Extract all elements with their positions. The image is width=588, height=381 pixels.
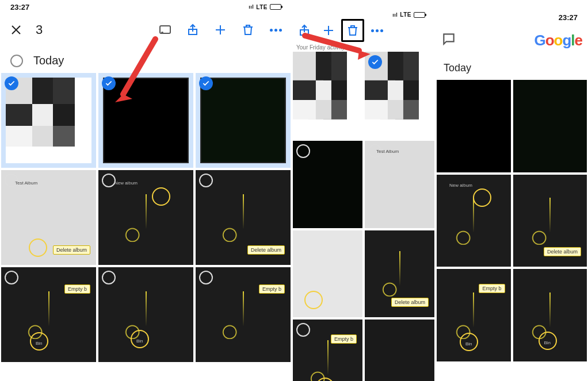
status-time: 23:27 xyxy=(10,3,29,11)
phone-screenshot-3: . 23:27 Google Today New album Delete al… xyxy=(436,10,588,381)
photo-thumb[interactable]: Empty b Bin xyxy=(1,267,96,362)
photo-grid: New album Delete album Empty b Bin Bin xyxy=(436,80,588,361)
photo-thumb[interactable] xyxy=(365,320,434,381)
svg-marker-3 xyxy=(115,94,132,102)
status-time: 23:27 xyxy=(559,13,578,22)
section-label: Today xyxy=(444,62,471,74)
select-all-radio[interactable] xyxy=(10,55,23,67)
top-bar: Google xyxy=(436,24,588,56)
tooltip: Empty b xyxy=(259,284,285,294)
trash-icon[interactable] xyxy=(236,18,259,41)
tooltip: Empty b xyxy=(64,284,90,294)
battery-icon xyxy=(414,12,425,18)
close-icon[interactable] xyxy=(5,18,28,41)
tooltip: Delete album xyxy=(391,298,429,307)
status-bar: . 23:27 xyxy=(436,10,588,24)
share-icon[interactable] xyxy=(181,18,204,41)
photo-thumb[interactable] xyxy=(196,73,291,168)
section-header: Today xyxy=(436,56,588,80)
select-ring-icon xyxy=(199,271,213,284)
photo-thumb[interactable]: Empty b Bin xyxy=(437,269,511,361)
chat-icon[interactable] xyxy=(441,32,456,49)
tooltip: Delete album xyxy=(247,245,285,255)
photo-thumb[interactable]: Test Album xyxy=(365,141,434,228)
tooltip: Delete album xyxy=(53,245,90,255)
selection-count: 3 xyxy=(36,22,43,37)
tooltip: Empty b xyxy=(331,334,357,344)
select-ring-icon xyxy=(296,144,310,158)
photo-thumb[interactable]: Delete album xyxy=(513,175,587,267)
section-label: Today xyxy=(33,54,64,67)
photo-thumb[interactable] xyxy=(437,80,511,172)
status-bar: . ııl LTE xyxy=(292,10,436,19)
photo-thumb[interactable]: Bin xyxy=(513,269,587,361)
check-icon xyxy=(199,76,213,90)
battery-icon xyxy=(270,4,281,10)
select-ring-icon xyxy=(199,174,213,187)
status-right: ııl LTE xyxy=(249,4,281,10)
annotation-arrow xyxy=(299,18,380,67)
add-icon[interactable] xyxy=(209,18,232,41)
photo-grid: Test Album Delete album New album Delete… xyxy=(0,73,292,362)
photo-thumb[interactable] xyxy=(513,80,587,172)
google-logo: Google xyxy=(534,32,582,49)
svg-point-1 xyxy=(162,32,163,33)
svg-marker-5 xyxy=(358,51,371,60)
select-ring-icon xyxy=(102,174,116,187)
photo-thumb[interactable]: Test Album Delete album xyxy=(1,170,96,265)
select-ring-icon xyxy=(102,271,116,284)
photo-thumb[interactable]: Delete album xyxy=(365,230,434,317)
photo-thumb[interactable]: Delete album xyxy=(196,170,291,265)
photo-thumb[interactable]: Empty b xyxy=(196,267,291,362)
tooltip: Delete album xyxy=(544,247,581,256)
select-ring-icon xyxy=(296,323,310,337)
tooltip: Empty b xyxy=(479,284,505,293)
photo-thumb[interactable]: New album xyxy=(98,170,193,265)
photo-thumb[interactable] xyxy=(293,230,362,317)
photo-thumb[interactable]: Empty b Bin xyxy=(293,320,362,381)
select-ring-icon xyxy=(5,271,18,284)
photo-thumb[interactable] xyxy=(1,73,96,168)
status-right: ııl LTE xyxy=(392,11,425,18)
status-bar: 23:27 ııl LTE xyxy=(0,0,292,14)
more-icon[interactable] xyxy=(264,18,287,41)
photo-thumb[interactable]: Bin xyxy=(98,267,193,362)
photo-thumb[interactable] xyxy=(293,141,362,228)
check-icon xyxy=(5,76,18,90)
phone-screenshot-1: 23:27 ııl LTE 3 Today xyxy=(0,0,292,381)
annotation-arrow xyxy=(109,34,167,111)
photo-grid: Test Album Delete album Empty b Bin xyxy=(292,52,436,381)
photo-thumb[interactable]: New album xyxy=(437,175,511,267)
